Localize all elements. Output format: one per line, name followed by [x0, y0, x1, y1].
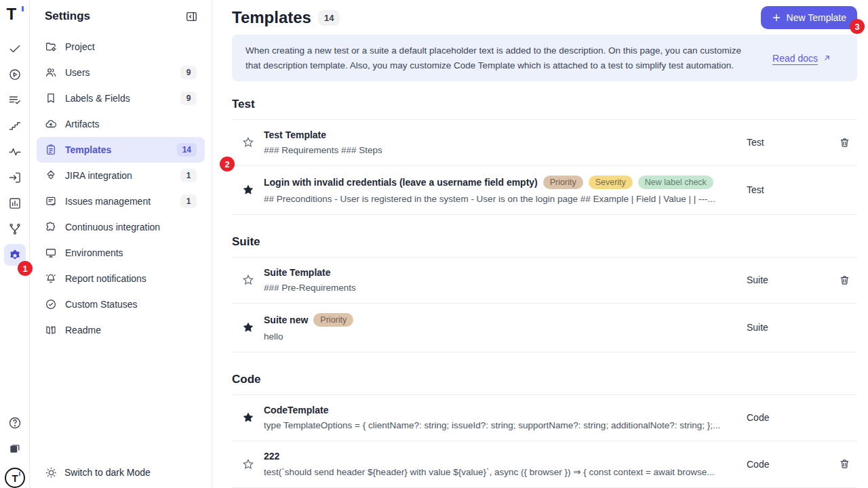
info-banner: When creating a new test or a suite a de… — [232, 35, 857, 81]
annotation-badge-2: 2 — [220, 157, 235, 171]
list-check-icon[interactable] — [4, 89, 26, 111]
sidebar-item-report-notifications[interactable]: Report notifications — [37, 266, 205, 291]
templates-count-badge: 14 — [318, 10, 340, 26]
sidebar-item-label: Templates — [65, 144, 169, 155]
monitor-icon — [45, 247, 57, 259]
label-chip: New label check — [638, 176, 713, 189]
logo-accent — [22, 6, 24, 12]
rail-bottom: T — [0, 412, 30, 488]
import-box-icon[interactable] — [4, 167, 26, 188]
settings-sidebar: Settings ProjectUsers9Labels & Fields9Ar… — [30, 0, 212, 488]
section-title: Suite — [232, 235, 857, 258]
template-row[interactable]: 222 test(`should send header ${header} w… — [232, 441, 857, 488]
rail-icon-list — [4, 38, 26, 270]
sidebar-item-continuous-integration[interactable]: Continuous integration — [37, 214, 205, 240]
activity-icon[interactable] — [4, 141, 26, 163]
template-type: Code — [747, 412, 831, 423]
projects-library-icon[interactable] — [4, 438, 26, 460]
template-description: hello — [264, 331, 730, 342]
sidebar-item-project[interactable]: Project — [37, 34, 205, 60]
star-filled-icon[interactable] — [232, 321, 264, 333]
template-title: Login with invalid credentials (leave a … — [264, 177, 538, 188]
delete-template-icon[interactable] — [831, 137, 857, 148]
sidebar-item-count: 9 — [180, 66, 197, 79]
external-link-icon — [823, 54, 831, 62]
app-window: T T 1 Settings ProjectUsers9Labels & Fie… — [0, 0, 868, 488]
star-outline-icon[interactable] — [232, 458, 264, 470]
template-row[interactable]: Test Template ### Requirements ### Steps… — [232, 120, 857, 166]
section-code: Code CodeTemplate type TemplateOptions =… — [232, 373, 857, 488]
sidebar-item-label: Readme — [65, 325, 197, 336]
sidebar-item-readme[interactable]: Readme — [37, 317, 205, 343]
sidebar-item-templates[interactable]: Templates14 — [37, 137, 205, 163]
bar-chart-icon[interactable] — [4, 192, 26, 214]
sidebar-item-label: Continuous integration — [65, 222, 197, 232]
template-description: ## Preconditions - User is registered in… — [264, 194, 730, 204]
sidebar-item-labels-fields[interactable]: Labels & Fields9 — [37, 85, 205, 111]
star-filled-icon[interactable] — [232, 411, 264, 424]
template-description: ### Requirements ### Steps — [264, 145, 730, 155]
sidebar-item-users[interactable]: Users9 — [37, 60, 205, 85]
template-row[interactable]: Login with invalid credentials (leave a … — [232, 166, 857, 215]
sidebar-item-custom-statuses[interactable]: Custom Statuses — [37, 291, 205, 317]
jira-icon — [45, 169, 57, 182]
check-icon[interactable] — [4, 38, 26, 60]
sidebar-item-label: Users — [65, 67, 172, 78]
template-sections: Test Test Template ### Requirements ### … — [232, 98, 857, 488]
page-title: Templates — [232, 8, 311, 27]
avatar-accent — [19, 472, 20, 476]
steps-icon[interactable] — [4, 115, 26, 137]
template-type: Code — [747, 459, 831, 470]
star-outline-icon[interactable] — [232, 274, 264, 286]
sidebar-item-label: Artifacts — [65, 119, 197, 129]
read-docs-link[interactable]: Read docs — [772, 53, 831, 64]
template-description: type TemplateOptions = { clientName?: st… — [264, 420, 730, 430]
template-type: Test — [747, 137, 831, 148]
account-logo-avatar[interactable]: T — [5, 468, 25, 488]
template-row[interactable]: Suite Template ### Pre-Requirements Suit… — [232, 258, 857, 304]
main-content: Templates 14 New Template When creating … — [212, 0, 868, 488]
section-title: Code — [232, 373, 857, 395]
template-row-body: Login with invalid credentials (leave a … — [264, 176, 747, 204]
sidebar-nav: ProjectUsers9Labels & Fields9ArtifactsTe… — [37, 34, 205, 343]
delete-template-icon[interactable] — [831, 458, 857, 470]
section-test: Test Test Template ### Requirements ### … — [232, 98, 857, 215]
sidebar-item-issues-management[interactable]: Issues management1 — [37, 188, 205, 214]
play-circle-icon[interactable] — [4, 64, 26, 85]
template-type: Suite — [747, 274, 831, 285]
template-title: CodeTemplate — [264, 405, 328, 415]
sidebar-item-count: 9 — [180, 92, 197, 105]
dark-mode-toggle[interactable]: Switch to dark Mode — [30, 457, 212, 488]
help-circle-icon[interactable] — [4, 412, 26, 434]
cloud-up-icon — [45, 118, 57, 130]
sidebar-item-artifacts[interactable]: Artifacts — [37, 111, 205, 137]
template-row[interactable]: CodeTemplate type TemplateOptions = { cl… — [232, 395, 857, 441]
template-row-body: 222 test(`should send header ${header} w… — [264, 451, 747, 477]
template-row-body: Suite newPriority hello — [264, 313, 747, 342]
sidebar-item-jira-integration[interactable]: JIRA integration1 — [37, 163, 205, 188]
branch-icon[interactable] — [4, 218, 26, 240]
star-filled-icon[interactable] — [232, 184, 264, 196]
sidebar-item-environments[interactable]: Environments — [37, 240, 205, 266]
note-check-icon — [45, 195, 57, 207]
plus-icon — [772, 13, 781, 22]
template-row[interactable]: Suite newPriority hello Suite — [232, 304, 857, 352]
users-icon — [45, 66, 57, 79]
panel-collapse-icon[interactable] — [185, 10, 198, 23]
sidebar-item-label: Custom Statuses — [65, 299, 197, 310]
delete-template-icon[interactable] — [831, 274, 857, 286]
star-outline-icon[interactable] — [232, 136, 264, 148]
annotation-badge-1: 1 — [18, 261, 33, 276]
new-template-button[interactable]: New Template — [761, 6, 857, 29]
banner-text: When creating a new test or a suite a de… — [245, 43, 755, 73]
app-logo: T — [7, 5, 23, 23]
logo-letter: T — [7, 5, 17, 23]
new-template-label: New Template — [787, 12, 846, 23]
template-title: Suite new — [264, 314, 308, 325]
sidebar-item-count: 1 — [180, 195, 197, 208]
template-row-body: Suite Template ### Pre-Requirements — [264, 267, 747, 293]
template-description: ### Pre-Requirements — [264, 283, 730, 293]
template-description: test(`should send header ${header} with … — [264, 466, 730, 477]
sidebar-item-label: JIRA integration — [65, 170, 172, 181]
dark-mode-label: Switch to dark Mode — [64, 467, 151, 478]
